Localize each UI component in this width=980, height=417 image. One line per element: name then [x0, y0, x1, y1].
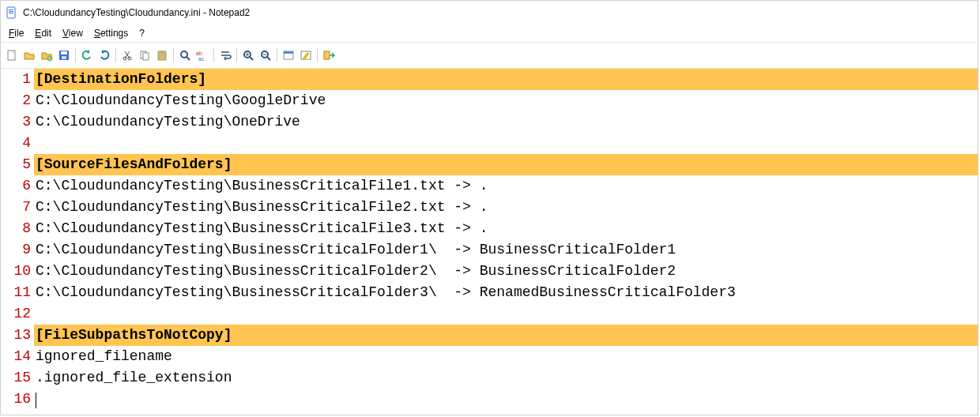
scheme-icon[interactable]: [281, 47, 296, 63]
new-file-icon[interactable]: [4, 47, 20, 63]
menubar: File Edit View Settings ?: [1, 24, 978, 43]
svg-rect-12: [143, 53, 149, 60]
editor-line[interactable]: 2C:\CloudundancyTesting\GoogleDrive: [1, 90, 978, 111]
window-title: C:\CloudundancyTesting\Cloudundancy.ini …: [23, 7, 250, 18]
editor-line[interactable]: 11C:\CloudundancyTesting\BusinessCritica…: [1, 282, 978, 303]
line-number: 6: [1, 175, 34, 197]
editor-line[interactable]: 3C:\CloudundancyTesting\OneDrive: [1, 111, 978, 133]
toolbar-separator: [75, 48, 76, 62]
code-text[interactable]: .ignored_file_extension: [34, 367, 978, 389]
line-number: 11: [1, 282, 34, 303]
menu-settings[interactable]: Settings: [89, 26, 133, 40]
svg-rect-27: [284, 51, 293, 54]
editor-line[interactable]: 15.ignored_file_extension: [1, 367, 978, 389]
svg-rect-1: [9, 9, 13, 10]
toolbar-separator: [317, 48, 318, 62]
line-number: 7: [1, 197, 34, 218]
code-text[interactable]: C:\CloudundancyTesting\BusinessCriticalF…: [34, 197, 978, 218]
customize-icon[interactable]: [298, 47, 314, 63]
svg-rect-29: [324, 51, 330, 59]
editor-line[interactable]: 6C:\CloudundancyTesting\BusinessCritical…: [1, 175, 978, 197]
menu-help[interactable]: ?: [134, 26, 149, 40]
app-icon: [6, 6, 18, 19]
copy-icon[interactable]: [137, 47, 153, 63]
editor-line[interactable]: 7C:\CloudundancyTesting\BusinessCritical…: [1, 197, 978, 218]
code-text[interactable]: C:\CloudundancyTesting\BusinessCriticalF…: [34, 282, 978, 303]
editor-area[interactable]: 1[DestinationFolders]2C:\CloudundancyTes…: [1, 69, 978, 415]
redo-icon[interactable]: [96, 47, 112, 63]
titlebar: C:\CloudundancyTesting\Cloudundancy.ini …: [1, 1, 978, 24]
section-header[interactable]: [SourceFilesAndFolders]: [34, 154, 978, 175]
line-number: 9: [1, 239, 34, 261]
editor-line[interactable]: 4: [1, 133, 978, 154]
open-file-icon[interactable]: [21, 47, 37, 63]
line-number: 5: [1, 154, 34, 175]
menu-file[interactable]: File: [4, 26, 28, 40]
line-number: 15: [1, 367, 34, 389]
window: C:\CloudundancyTesting\Cloudundancy.ini …: [0, 0, 978, 415]
svg-line-24: [267, 57, 270, 60]
exit-icon[interactable]: [321, 47, 337, 63]
svg-rect-7: [61, 51, 67, 54]
browse-icon[interactable]: [39, 47, 55, 63]
editor-line[interactable]: 14ignored_filename: [1, 346, 978, 367]
line-number: 3: [1, 111, 34, 133]
code-text[interactable]: ignored_filename: [34, 346, 978, 367]
code-text[interactable]: [34, 389, 978, 410]
code-text[interactable]: C:\CloudundancyTesting\OneDrive: [34, 111, 978, 133]
editor-line[interactable]: 13[FileSubpathsToNotCopy]: [1, 325, 978, 346]
line-number: 2: [1, 90, 34, 111]
toolbar: abac: [1, 43, 978, 69]
code-text[interactable]: C:\CloudundancyTesting\BusinessCriticalF…: [34, 239, 978, 261]
save-icon[interactable]: [56, 47, 72, 63]
editor-line[interactable]: 16: [1, 389, 978, 410]
section-header[interactable]: [DestinationFolders]: [34, 69, 978, 90]
cut-icon[interactable]: [119, 47, 135, 63]
toolbar-separator: [115, 48, 116, 62]
zoom-out-icon[interactable]: [258, 47, 273, 63]
menu-view[interactable]: View: [58, 26, 88, 40]
editor-line[interactable]: 1[DestinationFolders]: [1, 69, 978, 90]
line-number: 16: [1, 389, 34, 410]
toolbar-separator: [236, 48, 237, 62]
find-icon[interactable]: [177, 47, 193, 63]
toolbar-separator: [173, 48, 174, 62]
menu-edit[interactable]: Edit: [30, 26, 56, 40]
code-text[interactable]: C:\CloudundancyTesting\BusinessCriticalF…: [34, 218, 978, 239]
line-number: 12: [1, 303, 34, 325]
svg-point-15: [181, 51, 187, 58]
toolbar-separator: [277, 48, 277, 62]
code-text[interactable]: C:\CloudundancyTesting\GoogleDrive: [34, 90, 978, 111]
line-number: 4: [1, 133, 34, 154]
line-number: 10: [1, 261, 34, 282]
code-text[interactable]: C:\CloudundancyTesting\BusinessCriticalF…: [34, 175, 978, 197]
editor-line[interactable]: 12: [1, 303, 978, 325]
text-caret: [36, 393, 36, 408]
line-number: 14: [1, 346, 34, 367]
svg-rect-8: [62, 56, 66, 59]
line-number: 13: [1, 325, 34, 346]
line-number: 1: [1, 69, 34, 90]
replace-icon[interactable]: abac: [194, 47, 210, 63]
editor-line[interactable]: 8C:\CloudundancyTesting\BusinessCritical…: [1, 218, 978, 239]
line-number: 8: [1, 218, 34, 239]
editor-line[interactable]: 5[SourceFilesAndFolders]: [1, 154, 978, 175]
undo-icon[interactable]: [79, 47, 95, 63]
svg-line-16: [187, 57, 190, 60]
toolbar-separator: [213, 48, 214, 62]
svg-text:ab: ab: [196, 51, 202, 56]
section-header[interactable]: [FileSubpathsToNotCopy]: [34, 325, 978, 346]
wordwrap-icon[interactable]: [217, 47, 233, 63]
svg-line-20: [250, 57, 253, 60]
svg-rect-14: [160, 51, 164, 53]
editor-line[interactable]: 9C:\CloudundancyTesting\BusinessCritical…: [1, 239, 978, 261]
zoom-in-icon[interactable]: [240, 47, 256, 63]
editor-line[interactable]: 10C:\CloudundancyTesting\BusinessCritica…: [1, 261, 978, 282]
svg-rect-3: [9, 13, 13, 13]
paste-icon[interactable]: [154, 47, 170, 63]
svg-rect-2: [9, 11, 13, 12]
code-text[interactable]: C:\CloudundancyTesting\BusinessCriticalF…: [34, 261, 978, 282]
svg-text:ac: ac: [198, 56, 205, 62]
